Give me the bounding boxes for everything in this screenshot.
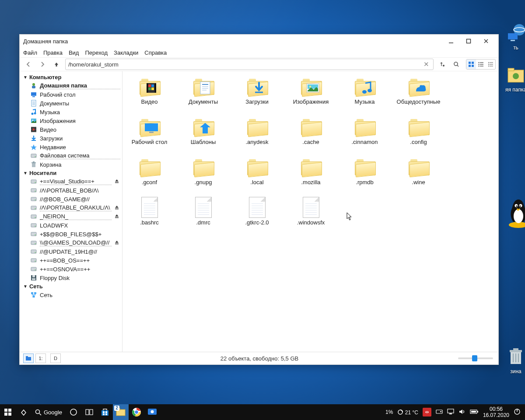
weather[interactable]: 21 °C	[397, 409, 418, 416]
sidebar-item-1-11[interactable]: Floppy Disk	[21, 273, 122, 282]
status-tab-folder[interactable]	[23, 354, 34, 363]
titlebar[interactable]: Домашняя папка	[20, 35, 498, 48]
desktop[interactable]: тьяя папказина Домашняя папка ФайлПравка…	[0, 0, 525, 420]
sidebar-item-0-4[interactable]: Изображения	[21, 116, 122, 125]
zoom-slider[interactable]	[458, 357, 493, 359]
sidebar-item-1-7[interactable]: \\@GAMES_DONLOAD@//	[21, 238, 122, 247]
status-tab-d[interactable]: D	[50, 354, 61, 363]
file-item-6[interactable]: Рабочий стол	[122, 115, 176, 155]
file-item-8[interactable]: .anydesk	[230, 115, 284, 155]
search-button[interactable]	[450, 58, 462, 70]
sidebar-item-1-2[interactable]: //@BOB_GAME@//	[21, 195, 122, 203]
file-item-1[interactable]: Документы	[176, 75, 230, 115]
file-item-11[interactable]: .config	[392, 115, 445, 155]
start-button[interactable]	[0, 404, 16, 420]
eject-icon[interactable]	[114, 205, 120, 211]
sidebar-item-1-9[interactable]: ++==BOB_OS==++	[21, 256, 122, 265]
sidebar-item-1-1[interactable]: /Λ\PORTABLE_BOB/Λ\	[21, 186, 122, 195]
list-view-button[interactable]	[476, 60, 486, 69]
sidebar-item-1-0[interactable]: +==Visual_Studio==+	[21, 177, 122, 186]
file-item-16[interactable]: .rpmdb	[338, 155, 392, 196]
menu-1[interactable]: Правка	[43, 49, 63, 56]
eject-icon[interactable]	[114, 240, 120, 246]
up-button[interactable]	[50, 58, 63, 70]
icons-view-button[interactable]	[466, 60, 476, 69]
toggle-path-button[interactable]	[436, 58, 448, 70]
status-tab-tree[interactable]: 1:	[35, 354, 46, 363]
sidebar-item-1-3[interactable]: /Λ\PORTABLE_ORAKUL/Λ\	[21, 203, 122, 212]
chrome-button[interactable]	[129, 404, 144, 420]
screenshot-button[interactable]	[144, 404, 160, 420]
file-item-7[interactable]: Шаблоны	[176, 115, 230, 155]
file-item-10[interactable]: .cinnamon	[338, 115, 392, 155]
disk-tray-icon[interactable]	[436, 409, 443, 416]
desktop-icon-2[interactable]	[499, 198, 525, 220]
files-pane[interactable]: Видео Документы Загрузки Изображения Муз…	[122, 71, 498, 352]
sidebar-section-0[interactable]: ▼Компьютер	[21, 73, 122, 81]
clock[interactable]: 00:5616.07.2020	[483, 406, 509, 419]
sidebar-item-1-10[interactable]: ++==OSNOVA==++	[21, 265, 122, 273]
maximize-button[interactable]	[460, 35, 477, 47]
file-item-14[interactable]: .local	[230, 155, 284, 196]
sidebar-item-1-4[interactable]: _NEIRON_	[21, 212, 122, 221]
sidebar-item-0-0[interactable]: Домашняя папка	[21, 81, 122, 90]
sidebar-item-0-6[interactable]: Загрузки	[21, 134, 122, 143]
sidebar-item-0-9[interactable]: Корзина	[21, 160, 122, 169]
sidebar-item-0-5[interactable]: Видео	[21, 125, 122, 134]
sidebar-item-0-2[interactable]: Документы	[21, 99, 122, 108]
file-item-9[interactable]: .cache	[284, 115, 338, 155]
sidebar-item-1-8[interactable]: //@UPDATE_19H1@//	[21, 247, 122, 256]
sidebar-section-2[interactable]: ▼Сеть	[21, 282, 122, 290]
cpu-usage[interactable]: 1%	[385, 409, 393, 415]
workspaces-button[interactable]	[81, 404, 97, 420]
taskbar-search[interactable]: Google	[32, 404, 66, 420]
menu-3[interactable]: Переход	[85, 49, 108, 56]
menu-0[interactable]: Файл	[23, 49, 37, 56]
file-item-19[interactable]: .dmrc	[176, 196, 230, 236]
desktop-icon-3[interactable]: зина	[499, 346, 525, 374]
back-button[interactable]	[22, 58, 35, 70]
battery-tray-icon[interactable]	[470, 409, 479, 416]
file-item-0[interactable]: Видео	[122, 75, 176, 115]
menu-5[interactable]: Справка	[144, 49, 167, 56]
file-item-15[interactable]: .mozilla	[284, 155, 338, 196]
sidebar-item-0-3[interactable]: Музыка	[21, 108, 122, 116]
forward-button[interactable]	[36, 58, 49, 70]
menu-4[interactable]: Закладки	[114, 49, 138, 56]
file-item-12[interactable]: .gconf	[122, 155, 176, 196]
sidebar-item-0-8[interactable]: Файловая система	[21, 151, 122, 160]
file-item-4[interactable]: Музыка	[338, 75, 392, 115]
close-button[interactable]	[477, 35, 495, 47]
sidebar-item-0-1[interactable]: Рабочий стол	[21, 90, 122, 99]
file-item-20[interactable]: .gtkrc-2.0	[230, 196, 284, 236]
zoom-knob[interactable]	[472, 355, 477, 361]
sidebar-item-2-0[interactable]: Сеть	[21, 290, 122, 299]
minimize-button[interactable]	[442, 35, 460, 47]
volume-tray-icon[interactable]	[458, 409, 466, 416]
compact-view-button[interactable]	[486, 60, 495, 69]
display-tray-icon[interactable]	[447, 409, 454, 416]
sidebar-item-1-5[interactable]: LOADWFX	[21, 221, 122, 230]
file-item-17[interactable]: .wine	[392, 155, 445, 196]
eject-icon[interactable]	[114, 178, 120, 185]
sidebar-item-0-7[interactable]: Недавние	[21, 143, 122, 151]
file-item-13[interactable]: .gnupg	[176, 155, 230, 196]
clear-address-icon[interactable]: ✕	[422, 60, 430, 68]
taskview-button[interactable]	[16, 404, 32, 420]
file-item-5[interactable]: Общедоступные	[392, 75, 445, 115]
file-item-2[interactable]: Загрузки	[230, 75, 284, 115]
file-item-18[interactable]: .bashrc	[122, 196, 176, 236]
desktop-icon-0[interactable]: ть	[499, 22, 525, 51]
sidebar-section-1[interactable]: ▼Носители	[21, 169, 122, 177]
power-tray-icon[interactable]	[514, 408, 521, 416]
file-item-21[interactable]: .windowsfx	[284, 196, 338, 236]
sidebar-item-1-6[interactable]: +$$@BOB_FILES@$$+	[21, 230, 122, 238]
eject-icon[interactable]	[114, 214, 120, 220]
cortana-button[interactable]	[66, 404, 81, 420]
file-item-3[interactable]: Изображения	[284, 75, 338, 115]
desktop-icon-1[interactable]: яя папка	[499, 64, 525, 93]
address-bar[interactable]: /home/orakul_storm ✕	[65, 59, 434, 70]
anydesk-tray-icon[interactable]	[423, 408, 431, 416]
store-button[interactable]	[97, 404, 113, 420]
menu-2[interactable]: Вид	[69, 49, 79, 56]
